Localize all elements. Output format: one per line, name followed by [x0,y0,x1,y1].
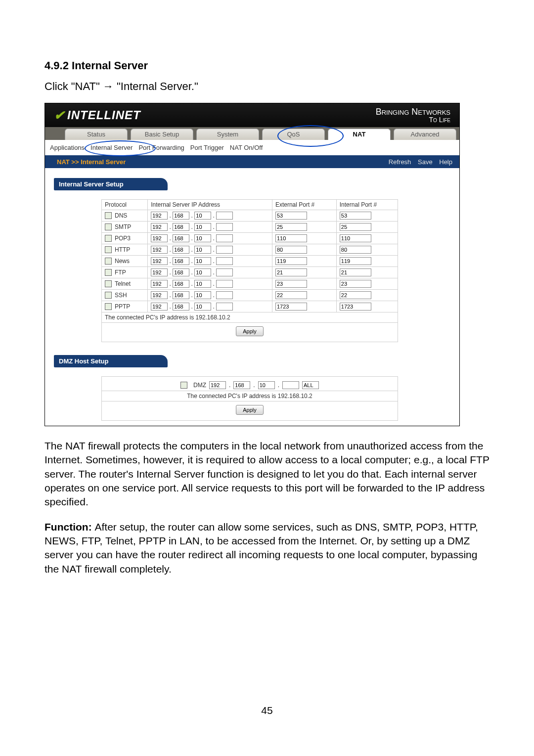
row-checkbox[interactable] [105,223,112,230]
external-port[interactable] [275,212,307,220]
ip-octet-2[interactable] [173,268,189,276]
external-port[interactable] [275,291,307,299]
protocol-label: DNS [115,212,127,219]
tab-qos[interactable]: QoS [262,129,325,140]
connected-pc-note-dmz: The connected PC's IP address is 192.168… [102,391,398,401]
ip-octet-1[interactable] [151,291,168,299]
ip-octet-3[interactable] [194,223,211,231]
ip-octet-4[interactable] [216,257,233,265]
row-checkbox[interactable] [105,235,112,242]
tab-system[interactable]: System [196,129,259,140]
dmz-ip-4[interactable] [282,381,299,389]
dmz-ip-2[interactable] [233,381,250,389]
ip-octet-1[interactable] [151,268,168,276]
tab-nat[interactable]: NAT [328,129,391,140]
section-dmz-title: DMZ Host Setup [54,355,168,367]
tab-advanced[interactable]: Advanced [394,129,456,140]
tab-basic-setup[interactable]: Basic Setup [131,129,193,140]
ip-octet-4[interactable] [216,280,233,288]
row-checkbox[interactable] [105,280,112,287]
ip-octet-3[interactable] [194,280,211,288]
instruction-text: Click "NAT" → "Internal Server." [44,80,490,93]
save-button[interactable]: Save [418,158,433,166]
section-heading: 4.9.2 Internal Server [44,59,490,72]
ip-octet-4[interactable] [216,268,233,276]
ip-octet-2[interactable] [173,280,189,288]
ip-octet-3[interactable] [194,257,211,265]
row-checkbox[interactable] [105,246,112,253]
dmz-checkbox[interactable] [180,382,187,389]
ip-octet-2[interactable] [173,234,189,242]
external-port[interactable] [275,268,307,276]
ip-octet-1[interactable] [151,223,168,231]
ip-octet-1[interactable] [151,246,168,254]
external-port[interactable] [275,223,307,231]
apply-button-dmz[interactable]: Apply [236,405,264,415]
ip-octet-3[interactable] [194,291,211,299]
main-tab-bar: Status Basic Setup System QoS NAT Advanc… [45,127,459,140]
internal-port [340,246,371,254]
ip-octet-3[interactable] [194,303,211,311]
row-checkbox[interactable] [105,292,112,299]
subtab-port-forwarding[interactable]: Port Forwarding [138,144,184,151]
function-label: Function: [44,521,94,533]
subtab-applications[interactable]: Applications [50,144,85,151]
ip-octet-2[interactable] [173,223,189,231]
protocol-label: PPTP [115,303,130,310]
external-port[interactable] [275,303,307,311]
apply-button-internal[interactable]: Apply [236,326,264,336]
row-checkbox[interactable] [105,212,112,219]
protocol-label: POP3 [115,235,131,242]
ip-octet-1[interactable] [151,212,168,220]
th-ip: Internal Server IP Address [148,200,272,210]
ip-octet-1[interactable] [151,257,168,265]
ip-octet-4[interactable] [216,212,233,220]
ip-octet-2[interactable] [173,291,189,299]
protocol-label: FTP [115,269,126,276]
ip-octet-3[interactable] [194,268,211,276]
ip-octet-2[interactable] [173,257,189,265]
tagline: Bringing Networks To Life [376,107,450,123]
ip-octet-4[interactable] [216,234,233,242]
table-row: SMTP . . . [102,222,398,233]
ip-octet-3[interactable] [194,212,211,220]
ip-octet-3[interactable] [194,234,211,242]
subtab-internal-server[interactable]: Internal Server [90,144,133,151]
row-checkbox[interactable] [105,269,112,276]
ip-octet-4[interactable] [216,303,233,311]
external-port[interactable] [275,280,307,288]
th-ext-port: External Port # [272,200,336,210]
subtab-port-trigger[interactable]: Port Trigger [190,144,224,151]
ip-octet-2[interactable] [173,303,189,311]
external-port[interactable] [275,246,307,254]
refresh-button[interactable]: Refresh [389,158,411,166]
dmz-ip-1[interactable] [209,381,226,389]
internal-port [340,234,371,242]
section-internal-server-title: Internal Server Setup [54,178,168,190]
sub-tab-bar: Applications Internal Server Port Forwar… [45,140,459,155]
external-port[interactable] [275,257,307,265]
ip-octet-4[interactable] [216,291,233,299]
ip-octet-4[interactable] [216,246,233,254]
ip-octet-4[interactable] [216,223,233,231]
dmz-ip-3[interactable] [258,381,275,389]
subtab-nat-onoff[interactable]: NAT On/Off [230,144,263,151]
check-icon: ✔ [54,108,65,123]
internal-port [340,212,371,220]
row-checkbox[interactable] [105,303,112,310]
ip-octet-1[interactable] [151,234,168,242]
internal-port [340,223,371,231]
tab-status[interactable]: Status [65,129,128,140]
th-int-port: Internal Port # [336,200,398,210]
ip-octet-1[interactable] [151,280,168,288]
row-checkbox[interactable] [105,258,112,265]
dmz-table: DMZ . . . The connected PC's IP address … [101,376,398,421]
connected-pc-note: The connected PC's IP address is 192.168… [102,312,398,323]
ip-octet-1[interactable] [151,303,168,311]
ip-octet-2[interactable] [173,212,189,220]
ip-octet-3[interactable] [194,246,211,254]
help-button[interactable]: Help [439,158,452,166]
external-port[interactable] [275,234,307,242]
ip-octet-2[interactable] [173,246,189,254]
router-screenshot: ✔ INTELLINET Bringing Networks To Life S… [44,103,460,426]
